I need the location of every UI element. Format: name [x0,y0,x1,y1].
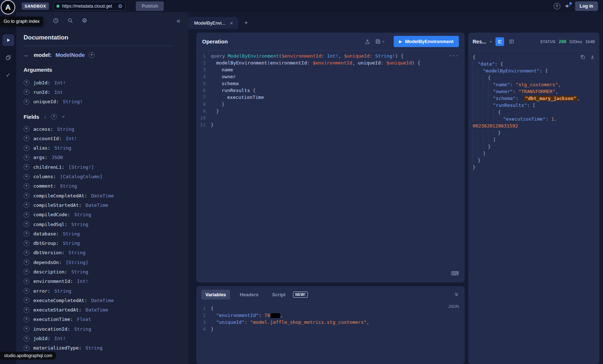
doc-field-row[interactable]: +invocationId:String [24,324,174,334]
apollo-logo[interactable]: A [1,0,15,14]
code-line[interactable]: { [473,109,595,116]
doc-field-row[interactable]: +description:String [24,267,174,276]
code-line[interactable]: { [473,54,595,60]
save-icon[interactable] [375,39,381,44]
doc-field-row[interactable]: +jobId:Int! [24,334,174,343]
code-line[interactable]: 2"environmentId": 78, [196,312,465,319]
field-type[interactable]: String [68,250,85,255]
close-tab-icon[interactable]: × [230,20,233,26]
add-to-operation-icon[interactable]: + [24,99,29,105]
add-to-operation-icon[interactable]: + [24,317,29,322]
download-response-icon[interactable] [590,54,595,59]
doc-field-row[interactable]: +columns:[CatalogColumn] [24,172,174,181]
field-type[interactable]: String! [63,99,83,104]
code-line[interactable]: 0023620128631592 [473,122,595,129]
code-line[interactable]: "data": { [473,60,595,67]
add-all-fields-icon[interactable]: + [51,114,57,120]
doc-field-row[interactable]: +dbtGroup:String [24,238,174,248]
doc-field-row[interactable]: +compiledCode:String [24,210,174,219]
field-type[interactable]: DateTime [91,298,114,303]
tab-variables[interactable]: Variables [201,290,230,300]
add-to-operation-icon[interactable]: + [24,174,29,180]
code-line[interactable]: "executionTime": 1. [473,116,595,122]
back-arrow-icon[interactable]: ← [24,52,30,58]
field-type[interactable]: Int [54,89,63,95]
settings-gear-icon[interactable]: ⚙ [82,18,87,24]
field-type[interactable]: [CatalogColumn] [60,174,102,179]
share-icon[interactable] [365,39,370,45]
publish-button[interactable]: Publish [136,1,164,11]
add-to-operation-icon[interactable]: + [24,193,29,198]
model-type-link[interactable]: ModelNode [55,52,85,58]
endpoint-input[interactable]: https://metadata.cloud.get ⚙ [53,2,126,11]
field-type[interactable]: Float [77,317,91,322]
doc-field-row[interactable]: +jobId:Int! [24,78,174,87]
code-line[interactable]: 1query ModelByEnvironment($environmentId… [196,53,465,59]
doc-field-row[interactable]: +compiledSql:String [24,219,174,229]
field-type[interactable]: [String] [66,260,88,265]
operation-editor[interactable]: 1query ModelByEnvironment($environmentId… [196,51,465,283]
code-line[interactable]: 2modelByEnvironment(environmentId: $envi… [196,59,465,66]
doc-field-row[interactable]: +alias:String [24,143,174,152]
collapse-panel-double-chevron-icon[interactable] [454,292,459,297]
code-line[interactable]: 10 [196,114,465,121]
add-to-operation-icon[interactable]: + [24,269,29,275]
add-to-operation-icon[interactable]: + [24,155,29,160]
add-to-operation-icon[interactable]: + [24,145,29,151]
doc-field-row[interactable]: +accountId:Int! [24,134,174,143]
code-line[interactable]: 3name [196,66,465,73]
field-type[interactable]: Int! [54,336,66,341]
doc-field-row[interactable]: +runId:Int [24,87,174,97]
login-button[interactable]: Log in [575,1,598,11]
fields-options-chevron-icon[interactable] [62,115,65,118]
tab-script[interactable]: Script [268,290,289,300]
add-to-operation-icon[interactable]: + [24,221,29,227]
field-type[interactable]: JSON [51,155,63,160]
field-type[interactable]: String [71,222,88,227]
add-to-operation-icon[interactable]: + [24,345,29,351]
explorer-play-icon[interactable] [3,34,14,46]
doc-field-row[interactable]: +error:String [24,286,174,296]
field-type[interactable]: String [74,326,91,332]
code-line[interactable]: 11} [196,121,465,128]
add-to-operation-icon[interactable]: + [24,135,29,141]
add-to-operation-icon[interactable]: + [24,89,29,95]
doc-field-row[interactable]: +comment:String [24,181,174,191]
doc-field-row[interactable]: +compileCompletedAt:DateTime [24,191,174,200]
add-to-operation-icon[interactable]: + [24,259,29,265]
add-to-operation-icon[interactable]: + [24,183,29,189]
code-line[interactable]: } [473,129,595,136]
doc-field-row[interactable]: +executeCompletedAt:DateTime [24,296,174,305]
add-to-operation-icon[interactable]: + [24,326,29,332]
field-type[interactable]: Int! [54,80,66,85]
new-tab-button[interactable]: + [244,19,248,26]
code-line[interactable]: 7executionTime [196,94,465,101]
doc-field-row[interactable]: +environmentId:Int! [24,277,174,286]
field-type[interactable]: String [57,126,74,132]
code-line[interactable]: } [473,143,595,150]
code-line[interactable]: "modelByEnvironment": [ [473,67,595,74]
add-type-icon[interactable]: + [89,52,95,58]
field-type[interactable]: Int! [66,136,77,141]
checks-icon[interactable]: ✓ [3,69,14,81]
tab-headers[interactable]: Headers [236,290,262,300]
code-line[interactable]: { [473,74,595,81]
code-line[interactable]: "owner": "TRANSFORMER", [473,88,595,95]
field-type[interactable]: Int! [77,279,88,284]
code-line[interactable]: 1{ [196,305,465,312]
code-line[interactable]: 3"uniqueId": "model.jaffle_shop_metrics.… [196,319,465,326]
field-type[interactable]: String [54,145,71,151]
doc-field-row[interactable]: +uniqueId:String! [24,97,174,106]
doc-field-row[interactable]: +executionTime:Float [24,315,174,324]
code-line[interactable]: } [473,164,595,171]
code-line[interactable]: 8} [196,101,465,108]
field-type[interactable]: String [71,269,88,275]
copy-response-icon[interactable] [580,54,585,59]
field-type[interactable]: DateTime [85,307,108,313]
field-type[interactable]: String [63,231,80,237]
code-line[interactable]: 4} [196,326,465,332]
add-to-operation-icon[interactable]: + [24,250,29,256]
add-to-operation-icon[interactable]: + [24,164,29,170]
doc-field-row[interactable]: +executeStartedAt:DateTime [24,305,174,315]
keyboard-shortcuts-icon[interactable]: ⌨ [451,271,459,276]
